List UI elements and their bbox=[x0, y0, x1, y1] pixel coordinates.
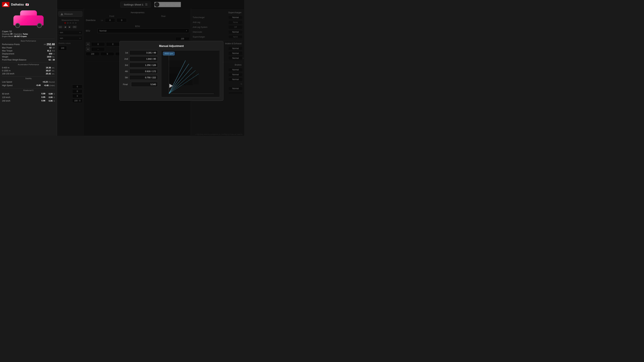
zero-1000-row: 0-1000 m 36.07 sec. bbox=[2, 69, 55, 72]
gear-value[interactable]: 3.181 / 49 bbox=[129, 50, 158, 55]
brand-header: Daihatsu 🇯🇵 bbox=[2, 2, 55, 7]
onetwenty-row: 120 km/h 0.95 0.95 G bbox=[2, 95, 55, 99]
gear-value[interactable]: 1.250 / 126 bbox=[129, 63, 158, 67]
gear-value[interactable]: 0.916 / 172 bbox=[129, 69, 158, 74]
dialog-content: 1st 3.181 / 49 2nd 1.842 / 85 3rd 1.250 … bbox=[123, 50, 220, 97]
sixty-alt: 0.89 bbox=[37, 92, 45, 95]
gear-value[interactable]: 0.750 / 222 bbox=[129, 75, 158, 80]
pp-label: Performance Points bbox=[2, 43, 20, 45]
svg-line-1 bbox=[169, 60, 186, 94]
high-speed-note: (Under) bbox=[49, 85, 55, 86]
zero-1000-label: 0-1000 m bbox=[2, 69, 10, 72]
manual-adjustment-dialog: Manual Adjustment 1st 3.181 / 49 2nd 1.8… bbox=[120, 41, 224, 101]
chart-svg bbox=[161, 50, 220, 97]
displacement-label: Displacement bbox=[2, 53, 14, 55]
gear-row: 1st 3.181 / 49 bbox=[123, 50, 158, 55]
front-rear-label: Front-Rear Weight Balance bbox=[2, 59, 26, 61]
low-speed-row: Low Speed +0.23 (Neutral) bbox=[2, 80, 55, 84]
max-torque-unit: ft-lb bbox=[52, 50, 55, 52]
cursor bbox=[170, 84, 173, 88]
weight-unit: lbs. bbox=[52, 56, 55, 58]
low-speed-label: Low Speed bbox=[2, 81, 12, 83]
displacement-row: Displacement 659 cc bbox=[2, 52, 55, 55]
gear-value[interactable]: 1.842 / 85 bbox=[129, 56, 158, 61]
drivetrain-value: FF bbox=[10, 33, 12, 35]
brand-name: Daihatsu bbox=[11, 3, 24, 6]
car-silhouette bbox=[12, 10, 45, 27]
gear-label: 5th bbox=[123, 76, 128, 79]
twofourty-alt: 0.96 bbox=[37, 99, 45, 102]
gear-table: 1st 3.181 / 49 2nd 1.842 / 85 3rd 1.250 … bbox=[123, 50, 158, 97]
weight-value: 1830 bbox=[47, 56, 51, 58]
rotational-g-title: Rotational G bbox=[2, 89, 55, 91]
low-speed-value: +0.23 bbox=[42, 81, 48, 83]
max-power-row: Max Power 62 HP bbox=[2, 46, 55, 49]
zero-1000-unit: sec. bbox=[52, 70, 55, 72]
aspiration-value: Turbo bbox=[23, 33, 28, 35]
stability-title: Stability bbox=[2, 77, 55, 79]
twofourty-label: 240 km/h bbox=[2, 100, 10, 102]
front-rear-row: Front-Rear Weight Balance 62 : 38 bbox=[2, 58, 55, 61]
car-image bbox=[2, 9, 55, 29]
main-area: Settings Sheet 1 ☰ ··· Edit Settings She… bbox=[57, 0, 244, 136]
max-power-label: Max Power bbox=[2, 46, 12, 49]
displacement-value: 659 bbox=[49, 53, 52, 55]
displacement-unit: cc bbox=[53, 53, 55, 55]
car-name: Copen '02 bbox=[2, 30, 55, 33]
twofourty-value: 0.96 bbox=[49, 100, 52, 102]
stability-rows: Low Speed +0.23 (Neutral) High Speed -0.… bbox=[2, 80, 55, 87]
flag-icon: 🇯🇵 bbox=[26, 3, 29, 6]
rotational-rows: 60 km/h 0.89 0.89 G 120 km/h 0.95 0.95 G… bbox=[2, 92, 55, 103]
zero-400-row: 0-400 m 19.38 sec. bbox=[2, 66, 55, 69]
dialog-title: Manual Adjustment bbox=[123, 44, 220, 48]
acceleration-title: Acceleration Performance bbox=[2, 63, 55, 65]
twofourty-unit: G bbox=[54, 100, 55, 102]
onetwenty-unit: G bbox=[54, 96, 55, 98]
gear-row: 2nd 1.842 / 85 bbox=[123, 56, 158, 61]
rpm-badge: 8500 rpm bbox=[163, 52, 174, 55]
hundred-150-row: 100-150 km/h 25.42 sec. bbox=[2, 72, 55, 75]
weight-row: Weight 1830 lbs. bbox=[2, 55, 55, 58]
onetwenty-alt: 0.95 bbox=[37, 96, 45, 98]
base-performance-title: Base Performance bbox=[2, 40, 55, 42]
final-value[interactable]: 5.545 bbox=[131, 82, 158, 87]
high-speed-label: High Speed bbox=[2, 84, 12, 87]
sixty-row: 60 km/h 0.89 0.89 G bbox=[2, 92, 55, 95]
gear-chart: 8500 rpm bbox=[161, 50, 220, 97]
hundred-150-value: 25.42 bbox=[46, 72, 51, 75]
zero-400-unit: sec. bbox=[52, 67, 55, 69]
pp-prefix: PP bbox=[44, 44, 46, 45]
hundred-150-label: 100-150 km/h bbox=[2, 72, 14, 75]
final-row: Final 5.545 bbox=[123, 82, 158, 87]
hundred-150-unit: sec. bbox=[52, 73, 55, 75]
final-label: Final bbox=[123, 83, 130, 86]
sixty-label: 60 km/h bbox=[2, 93, 9, 95]
max-torque-value: 81.1 bbox=[47, 50, 51, 52]
weight-label: Weight bbox=[2, 56, 8, 58]
high-speed-row: High Speed -0.48 -0.48 (Under) bbox=[2, 84, 55, 87]
max-torque-label: Max Torque bbox=[2, 50, 12, 52]
gear-row: 5th 0.750 / 222 bbox=[123, 75, 158, 80]
max-power-value: 62 bbox=[49, 46, 52, 49]
car-engine: Engine Model JB-DET-Copen bbox=[2, 35, 55, 37]
engine-model-value: JB-DET-Copen bbox=[14, 35, 27, 37]
pp-row: Performance Points PP 292.88 bbox=[2, 42, 55, 46]
gear-label: 3rd bbox=[123, 64, 128, 66]
onetwenty-value: 0.95 bbox=[49, 96, 52, 98]
pp-value: 292.88 bbox=[46, 43, 55, 46]
brand-logo bbox=[2, 2, 10, 7]
car-drivetrain: Drivetrain FF / Aspiration Turbo bbox=[2, 33, 55, 35]
gear-row: 4th 0.916 / 172 bbox=[123, 69, 158, 74]
gear-label: 4th bbox=[123, 70, 128, 72]
left-panel: Daihatsu 🇯🇵 Copen '02 Drivetrain FF / As… bbox=[0, 0, 57, 136]
max-torque-row: Max Torque 81.1 ft-lb bbox=[2, 49, 55, 52]
sixty-value: 0.89 bbox=[49, 93, 52, 95]
onetwenty-label: 120 km/h bbox=[2, 96, 10, 98]
zero-1000-value: 36.07 bbox=[46, 69, 51, 72]
front-rear-value: 62 : 38 bbox=[49, 59, 55, 61]
zero-400-label: 0-400 m bbox=[2, 66, 10, 69]
high-speed-alt: -0.48 bbox=[32, 84, 40, 87]
high-speed-value: -0.48 bbox=[44, 84, 48, 87]
svg-marker-0 bbox=[3, 3, 8, 6]
twofourty-row: 240 km/h 0.96 0.96 G bbox=[2, 99, 55, 103]
